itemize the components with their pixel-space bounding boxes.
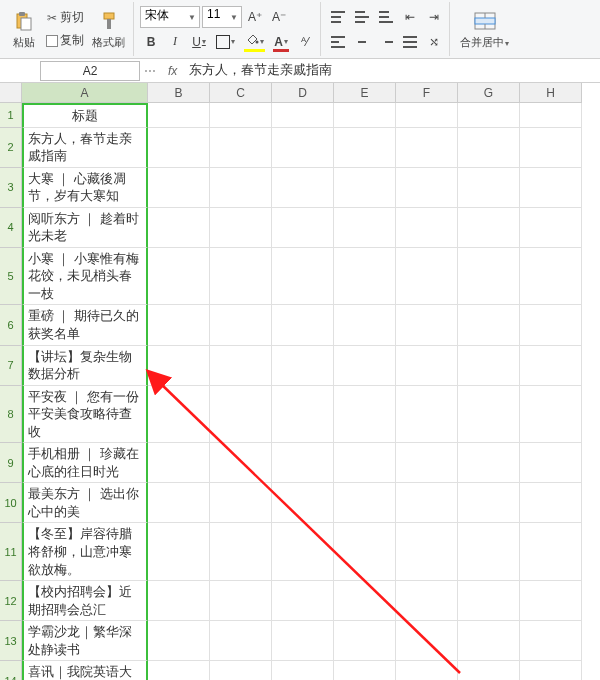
cell[interactable]: 重磅 ｜ 期待已久的获奖名单 — [22, 305, 148, 345]
cell[interactable] — [272, 483, 334, 523]
cell[interactable] — [458, 248, 520, 306]
cell[interactable] — [210, 483, 272, 523]
column-header[interactable]: D — [272, 83, 334, 103]
cell[interactable] — [272, 661, 334, 680]
cell[interactable] — [148, 305, 210, 345]
fx-nav-button[interactable]: ⋯ — [140, 64, 160, 78]
cell[interactable] — [520, 346, 582, 386]
cell[interactable] — [148, 128, 210, 168]
cell[interactable] — [334, 305, 396, 345]
phonetic-guide-button[interactable]: ᴬ⁄ — [294, 31, 316, 53]
cell[interactable] — [334, 168, 396, 208]
cell[interactable] — [272, 581, 334, 621]
cell[interactable] — [272, 621, 334, 661]
cell[interactable] — [458, 523, 520, 581]
cell[interactable] — [272, 103, 334, 128]
cell[interactable]: 学霸沙龙｜繁华深处静读书 — [22, 621, 148, 661]
name-box[interactable]: A2 — [40, 61, 140, 81]
cell[interactable] — [148, 483, 210, 523]
cell[interactable] — [396, 248, 458, 306]
row-header[interactable]: 8 — [0, 386, 22, 444]
cell[interactable] — [210, 523, 272, 581]
cell[interactable] — [396, 523, 458, 581]
font-color-button[interactable]: A ▾ — [270, 31, 292, 53]
cell[interactable]: 平安夜 ｜ 您有一份平安美食攻略待查收 — [22, 386, 148, 444]
decrease-indent-button[interactable]: ⇤ — [399, 6, 421, 28]
cell[interactable] — [334, 128, 396, 168]
cell[interactable] — [272, 128, 334, 168]
cell[interactable] — [210, 581, 272, 621]
cell[interactable] — [210, 103, 272, 128]
align-middle-button[interactable] — [351, 6, 373, 28]
cell[interactable] — [520, 581, 582, 621]
font-name-select[interactable]: 宋体 ▼ — [140, 6, 200, 28]
cell[interactable] — [334, 483, 396, 523]
cell[interactable] — [458, 483, 520, 523]
cell[interactable] — [396, 208, 458, 248]
cell[interactable] — [396, 581, 458, 621]
cell[interactable] — [458, 621, 520, 661]
cell[interactable] — [210, 661, 272, 680]
row-header[interactable]: 10 — [0, 483, 22, 523]
align-center-button[interactable] — [351, 31, 373, 53]
row-header[interactable]: 11 — [0, 523, 22, 581]
column-header[interactable]: F — [396, 83, 458, 103]
cell[interactable] — [458, 581, 520, 621]
cell[interactable] — [520, 248, 582, 306]
cell[interactable] — [148, 168, 210, 208]
cell[interactable] — [148, 661, 210, 680]
font-size-select[interactable]: 11 ▼ — [202, 6, 242, 28]
cell[interactable] — [396, 168, 458, 208]
row-header[interactable]: 14 — [0, 661, 22, 680]
cell[interactable] — [396, 305, 458, 345]
cell[interactable] — [458, 661, 520, 680]
cell[interactable] — [458, 346, 520, 386]
increase-font-button[interactable]: A⁺ — [244, 6, 266, 28]
cell[interactable] — [520, 208, 582, 248]
cell[interactable] — [148, 621, 210, 661]
cell[interactable] — [458, 386, 520, 444]
cell[interactable] — [334, 386, 396, 444]
cell[interactable] — [148, 523, 210, 581]
cell[interactable] — [396, 443, 458, 483]
cell[interactable] — [210, 305, 272, 345]
fill-color-button[interactable]: ▾ — [241, 31, 268, 53]
cell[interactable] — [210, 128, 272, 168]
column-header[interactable]: A — [22, 83, 148, 103]
align-top-button[interactable] — [327, 6, 349, 28]
column-header[interactable]: E — [334, 83, 396, 103]
cell[interactable] — [520, 621, 582, 661]
cell[interactable] — [272, 248, 334, 306]
row-header[interactable]: 12 — [0, 581, 22, 621]
copy-button[interactable]: 复制 — [40, 30, 88, 52]
cell[interactable] — [396, 103, 458, 128]
underline-button[interactable]: U▾ — [188, 31, 210, 53]
cell[interactable] — [148, 208, 210, 248]
row-header[interactable]: 2 — [0, 128, 22, 168]
cell[interactable]: 喜讯｜我院英语大神喜获省大奖 — [22, 661, 148, 680]
cell[interactable] — [396, 621, 458, 661]
cell[interactable] — [148, 443, 210, 483]
cell[interactable] — [148, 103, 210, 128]
cut-button[interactable]: ✂ 剪切 — [40, 7, 88, 29]
cell[interactable] — [334, 103, 396, 128]
border-button[interactable]: ▾ — [212, 31, 239, 53]
italic-button[interactable]: I — [164, 31, 186, 53]
orientation-button[interactable]: ⤭ — [423, 31, 445, 53]
formula-input[interactable]: 东方人，春节走亲戚指南 — [185, 61, 600, 81]
cell[interactable] — [396, 661, 458, 680]
cell[interactable] — [458, 208, 520, 248]
cell[interactable] — [334, 443, 396, 483]
cell[interactable]: 小寒 ｜ 小寒惟有梅花饺，未见梢头春一枝 — [22, 248, 148, 306]
cell[interactable] — [334, 208, 396, 248]
cell[interactable] — [210, 208, 272, 248]
cell[interactable] — [458, 305, 520, 345]
cell[interactable] — [148, 346, 210, 386]
cell[interactable] — [334, 661, 396, 680]
increase-indent-button[interactable]: ⇥ — [423, 6, 445, 28]
row-header[interactable]: 4 — [0, 208, 22, 248]
column-header[interactable]: B — [148, 83, 210, 103]
justify-button[interactable] — [399, 31, 421, 53]
cell[interactable] — [396, 346, 458, 386]
cell[interactable] — [458, 443, 520, 483]
